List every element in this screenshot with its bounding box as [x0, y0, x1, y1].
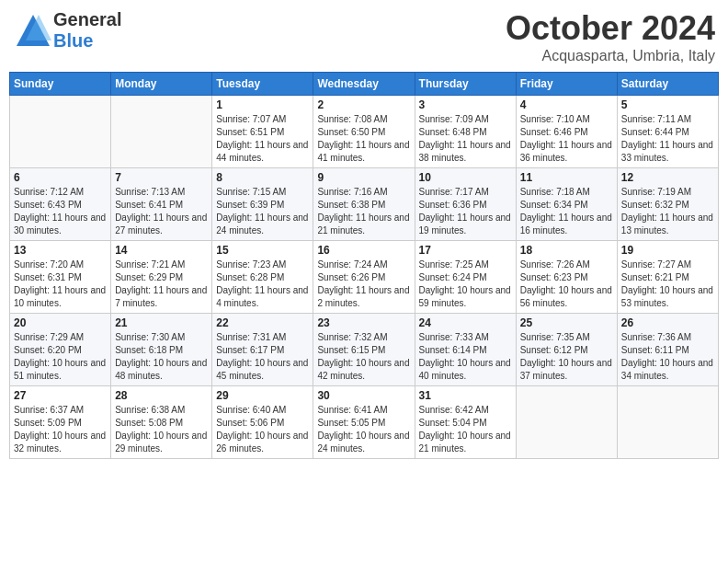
title-block: October 2024 Acquasparta, Umbria, Italy — [506, 9, 715, 64]
location: Acquasparta, Umbria, Italy — [506, 48, 715, 64]
calendar-cell — [516, 386, 617, 459]
day-info: Sunrise: 7:29 AM Sunset: 6:20 PM Dayligh… — [14, 331, 107, 383]
day-info: Sunrise: 7:18 AM Sunset: 6:34 PM Dayligh… — [520, 186, 613, 237]
day-number: 11 — [520, 171, 613, 184]
calendar-table: SundayMondayTuesdayWednesdayThursdayFrid… — [9, 72, 719, 459]
day-number: 25 — [520, 316, 613, 329]
day-number: 13 — [14, 244, 107, 257]
calendar-cell: 22Sunrise: 7:31 AM Sunset: 6:17 PM Dayli… — [212, 314, 313, 386]
day-info: Sunrise: 7:36 AM Sunset: 6:11 PM Dayligh… — [621, 331, 714, 383]
calendar-cell: 29Sunrise: 6:40 AM Sunset: 5:06 PM Dayli… — [212, 386, 313, 459]
calendar-cell: 5Sunrise: 7:11 AM Sunset: 6:44 PM Daylig… — [617, 96, 718, 168]
calendar-cell: 21Sunrise: 7:30 AM Sunset: 6:18 PM Dayli… — [111, 314, 212, 386]
calendar-cell: 14Sunrise: 7:21 AM Sunset: 6:29 PM Dayli… — [111, 241, 212, 314]
day-info: Sunrise: 7:21 AM Sunset: 6:29 PM Dayligh… — [115, 259, 208, 310]
day-info: Sunrise: 7:32 AM Sunset: 6:15 PM Dayligh… — [317, 331, 410, 383]
calendar-cell: 11Sunrise: 7:18 AM Sunset: 6:34 PM Dayli… — [516, 168, 617, 241]
day-info: Sunrise: 7:15 AM Sunset: 6:39 PM Dayligh… — [216, 186, 309, 237]
day-info: Sunrise: 7:12 AM Sunset: 6:43 PM Dayligh… — [14, 186, 107, 237]
calendar-cell: 17Sunrise: 7:25 AM Sunset: 6:24 PM Dayli… — [415, 241, 516, 314]
day-info: Sunrise: 7:23 AM Sunset: 6:28 PM Dayligh… — [216, 259, 309, 310]
calendar-cell: 8Sunrise: 7:15 AM Sunset: 6:39 PM Daylig… — [212, 168, 313, 241]
day-number: 2 — [317, 98, 410, 111]
calendar-header-row: SundayMondayTuesdayWednesdayThursdayFrid… — [10, 73, 719, 96]
day-number: 15 — [216, 244, 309, 257]
calendar-cell: 31Sunrise: 6:42 AM Sunset: 5:04 PM Dayli… — [415, 386, 516, 459]
calendar-cell: 13Sunrise: 7:20 AM Sunset: 6:31 PM Dayli… — [10, 241, 111, 314]
day-number: 5 — [621, 98, 714, 111]
calendar-cell: 7Sunrise: 7:13 AM Sunset: 6:41 PM Daylig… — [111, 168, 212, 241]
calendar-cell: 6Sunrise: 7:12 AM Sunset: 6:43 PM Daylig… — [10, 168, 111, 241]
day-number: 30 — [317, 389, 410, 402]
calendar-week-row: 1Sunrise: 7:07 AM Sunset: 6:51 PM Daylig… — [10, 96, 719, 168]
day-number: 4 — [520, 98, 613, 111]
calendar-cell: 25Sunrise: 7:35 AM Sunset: 6:12 PM Dayli… — [516, 314, 617, 386]
day-info: Sunrise: 7:13 AM Sunset: 6:41 PM Dayligh… — [115, 186, 208, 237]
day-info: Sunrise: 7:25 AM Sunset: 6:24 PM Dayligh… — [419, 259, 512, 310]
calendar-week-row: 6Sunrise: 7:12 AM Sunset: 6:43 PM Daylig… — [10, 168, 719, 241]
day-info: Sunrise: 6:41 AM Sunset: 5:05 PM Dayligh… — [317, 404, 410, 455]
day-info: Sunrise: 7:31 AM Sunset: 6:17 PM Dayligh… — [216, 331, 309, 383]
day-of-week-header: Friday — [516, 73, 617, 96]
day-number: 6 — [14, 171, 107, 184]
day-info: Sunrise: 6:40 AM Sunset: 5:06 PM Dayligh… — [216, 404, 309, 455]
day-number: 23 — [317, 316, 410, 329]
calendar-cell: 16Sunrise: 7:24 AM Sunset: 6:26 PM Dayli… — [313, 241, 415, 314]
day-of-week-header: Wednesday — [313, 73, 415, 96]
day-info: Sunrise: 7:10 AM Sunset: 6:46 PM Dayligh… — [520, 113, 613, 165]
day-info: Sunrise: 6:37 AM Sunset: 5:09 PM Dayligh… — [14, 404, 107, 455]
day-number: 22 — [216, 316, 309, 329]
day-number: 21 — [115, 316, 208, 329]
day-number: 17 — [419, 244, 512, 257]
day-of-week-header: Thursday — [415, 73, 516, 96]
day-number: 16 — [317, 244, 410, 257]
day-info: Sunrise: 7:08 AM Sunset: 6:50 PM Dayligh… — [317, 113, 410, 165]
day-number: 26 — [621, 316, 714, 329]
calendar-cell: 24Sunrise: 7:33 AM Sunset: 6:14 PM Dayli… — [415, 314, 516, 386]
day-of-week-header: Monday — [111, 73, 212, 96]
day-number: 19 — [621, 244, 714, 257]
calendar-cell: 18Sunrise: 7:26 AM Sunset: 6:23 PM Dayli… — [516, 241, 617, 314]
month-title: October 2024 — [506, 9, 715, 48]
day-number: 3 — [419, 98, 512, 111]
calendar-cell: 3Sunrise: 7:09 AM Sunset: 6:48 PM Daylig… — [415, 96, 516, 168]
calendar-cell: 26Sunrise: 7:36 AM Sunset: 6:11 PM Dayli… — [617, 314, 718, 386]
day-of-week-header: Tuesday — [212, 73, 313, 96]
day-info: Sunrise: 7:20 AM Sunset: 6:31 PM Dayligh… — [14, 259, 107, 310]
calendar-cell — [10, 96, 111, 168]
calendar-cell: 20Sunrise: 7:29 AM Sunset: 6:20 PM Dayli… — [10, 314, 111, 386]
calendar-cell: 30Sunrise: 6:41 AM Sunset: 5:05 PM Dayli… — [313, 386, 415, 459]
day-info: Sunrise: 7:26 AM Sunset: 6:23 PM Dayligh… — [520, 259, 613, 310]
calendar-cell — [111, 96, 212, 168]
day-number: 28 — [115, 389, 208, 402]
day-info: Sunrise: 7:19 AM Sunset: 6:32 PM Dayligh… — [621, 186, 714, 237]
page-header: General Blue October 2024 Acquasparta, U… — [9, 9, 719, 64]
day-number: 12 — [621, 171, 714, 184]
calendar-cell — [617, 386, 718, 459]
calendar-cell: 15Sunrise: 7:23 AM Sunset: 6:28 PM Dayli… — [212, 241, 313, 314]
day-number: 24 — [419, 316, 512, 329]
day-number: 27 — [14, 389, 107, 402]
logo: General Blue — [13, 9, 121, 52]
day-info: Sunrise: 7:27 AM Sunset: 6:21 PM Dayligh… — [621, 259, 714, 310]
calendar-cell: 28Sunrise: 6:38 AM Sunset: 5:08 PM Dayli… — [111, 386, 212, 459]
day-number: 1 — [216, 98, 309, 111]
day-number: 20 — [14, 316, 107, 329]
day-number: 18 — [520, 244, 613, 257]
day-of-week-header: Saturday — [617, 73, 718, 96]
day-info: Sunrise: 7:30 AM Sunset: 6:18 PM Dayligh… — [115, 331, 208, 383]
day-number: 31 — [419, 389, 512, 402]
day-number: 10 — [419, 171, 512, 184]
calendar-cell: 1Sunrise: 7:07 AM Sunset: 6:51 PM Daylig… — [212, 96, 313, 168]
calendar-cell: 4Sunrise: 7:10 AM Sunset: 6:46 PM Daylig… — [516, 96, 617, 168]
calendar-week-row: 20Sunrise: 7:29 AM Sunset: 6:20 PM Dayli… — [10, 314, 719, 386]
day-info: Sunrise: 7:24 AM Sunset: 6:26 PM Dayligh… — [317, 259, 410, 310]
day-info: Sunrise: 7:07 AM Sunset: 6:51 PM Dayligh… — [216, 113, 309, 165]
calendar-cell: 27Sunrise: 6:37 AM Sunset: 5:09 PM Dayli… — [10, 386, 111, 459]
day-info: Sunrise: 7:35 AM Sunset: 6:12 PM Dayligh… — [520, 331, 613, 383]
day-number: 8 — [216, 171, 309, 184]
calendar-cell: 10Sunrise: 7:17 AM Sunset: 6:36 PM Dayli… — [415, 168, 516, 241]
logo-blue: Blue — [53, 30, 93, 51]
day-info: Sunrise: 7:11 AM Sunset: 6:44 PM Dayligh… — [621, 113, 714, 165]
day-number: 9 — [317, 171, 410, 184]
